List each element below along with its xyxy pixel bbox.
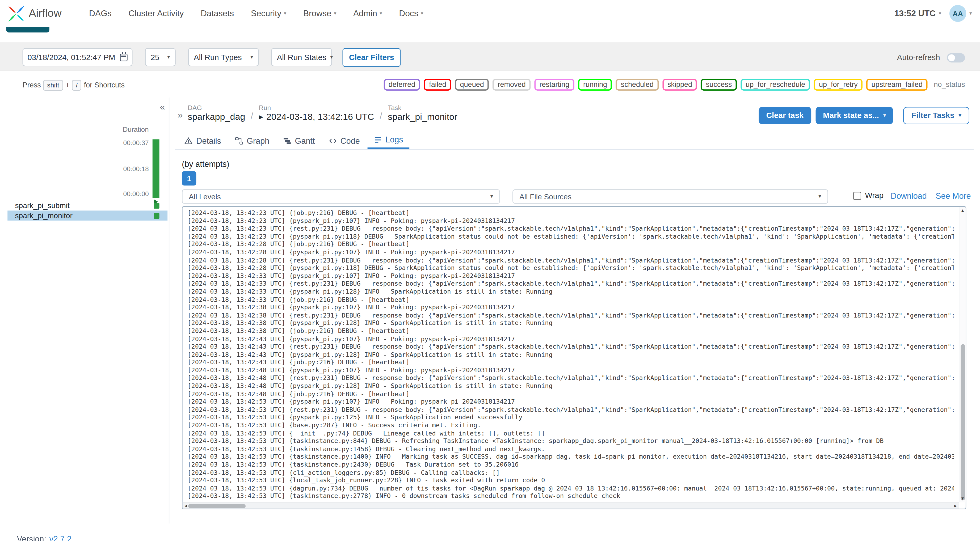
scroll-up-icon[interactable]: ▲ xyxy=(961,208,964,213)
status-badge[interactable]: success xyxy=(701,79,737,91)
log-content: [2024-03-18, 13:42:23 UTC] {job.py:216} … xyxy=(188,209,954,502)
tab-gantt[interactable]: Gantt xyxy=(277,132,321,150)
wrap-label: Wrap xyxy=(865,191,883,200)
details-tab-icon xyxy=(185,137,193,145)
tab-logs[interactable]: Logs xyxy=(368,132,409,150)
log-line: [2024-03-18, 13:42:23 UTC] {pyspark_pi.p… xyxy=(188,217,954,225)
airflow-brand-link[interactable]: Airflow xyxy=(8,5,62,22)
log-level-filter-select[interactable]: All Levels▾ xyxy=(182,189,500,204)
tab-label: Details xyxy=(196,136,221,145)
run-crumb-value[interactable]: ▶ 2024-03-18, 13:42:16 UTC xyxy=(259,112,374,122)
nav-item-admin[interactable]: Admin▾ xyxy=(353,9,382,18)
scroll-left-icon[interactable]: ◄ xyxy=(184,504,188,508)
status-badge[interactable]: deferred xyxy=(383,79,420,91)
version-link[interactable]: v2.7.2 xyxy=(49,534,72,541)
log-line: [2024-03-18, 13:42:33 UTC] {pyspark_pi.p… xyxy=(188,272,954,280)
chevrons-right-icon[interactable]: » xyxy=(178,109,182,120)
wrap-toggle[interactable]: Wrap xyxy=(853,191,883,200)
nav-item-docs[interactable]: Docs▾ xyxy=(399,9,423,18)
wrap-checkbox[interactable] xyxy=(853,192,861,200)
log-line: [2024-03-18, 13:42:53 UTC] {taskinstance… xyxy=(188,493,954,501)
status-badge[interactable]: restarting xyxy=(535,79,574,91)
log-line: [2024-03-18, 13:42:38 UTC] {job.py:216} … xyxy=(188,327,954,335)
base-date-input[interactable]: 03/18/2024, 01:52:47 PM xyxy=(22,48,133,66)
status-badge[interactable]: failed xyxy=(424,79,451,91)
caret-down-icon: ▾ xyxy=(883,113,886,118)
nav-item-label: Browse xyxy=(303,9,331,18)
calendar-icon[interactable] xyxy=(120,53,127,61)
nav-item-browse[interactable]: Browse▾ xyxy=(303,9,337,18)
log-line: [2024-03-18, 13:42:53 UTC] {cli_action_l… xyxy=(188,469,954,477)
see-more-link[interactable]: See More xyxy=(935,191,971,200)
auto-refresh-toggle[interactable] xyxy=(947,53,965,62)
status-badge[interactable]: running xyxy=(578,79,612,91)
tab-label: Code xyxy=(340,136,360,145)
shortcuts-hint: Press shift + / for Shortcuts xyxy=(22,80,125,90)
collapse-grid-icon[interactable]: « xyxy=(160,101,164,112)
tab-code[interactable]: Code xyxy=(322,132,366,150)
gantt-tab-icon xyxy=(283,137,291,145)
vertical-scrollbar-thumb[interactable] xyxy=(961,344,965,501)
airflow-logo-icon xyxy=(8,5,24,22)
status-badge[interactable]: scheduled xyxy=(616,79,659,91)
dag-run-duration-bar[interactable] xyxy=(153,139,159,198)
nav-item-dags[interactable]: DAGs xyxy=(89,9,111,18)
task-row-spark-pi-monitor[interactable]: spark_pi_monitor xyxy=(8,210,167,221)
tab-label: Gantt xyxy=(295,136,315,145)
nav-item-datasets[interactable]: Datasets xyxy=(200,9,234,18)
filter-tasks-button[interactable]: Filter Tasks▾ xyxy=(904,107,969,124)
task-crumb-value[interactable]: spark_pi_monitor xyxy=(388,112,457,122)
log-source-filter-select[interactable]: All File Sources▾ xyxy=(512,189,828,204)
top-navbar: Airflow DAGs Cluster Activity Datasets S… xyxy=(0,0,980,27)
log-line: [2024-03-18, 13:42:28 UTC] {rest.py:231}… xyxy=(188,256,954,264)
attempt-1-button[interactable]: 1 xyxy=(182,171,196,186)
task-name: spark_pi_submit xyxy=(15,201,69,210)
status-badge[interactable]: removed xyxy=(493,79,531,91)
caret-down-icon: ▾ xyxy=(969,11,972,16)
run-states-select[interactable]: All Run States▾ xyxy=(271,48,332,66)
mark-state-as-button[interactable]: Mark state as...▾ xyxy=(816,107,893,124)
duration-tick: 00:00:37 xyxy=(123,139,149,146)
page-size-select[interactable]: 25▾ xyxy=(145,48,176,66)
run-types-select[interactable]: All Run Types▾ xyxy=(188,48,259,66)
status-badge[interactable]: up_for_retry xyxy=(814,79,862,91)
task-row-spark-pi-submit[interactable]: spark_pi_submit xyxy=(8,200,167,211)
by-attempts-label: (by attempts) xyxy=(182,159,229,169)
dag-crumb-label: DAG xyxy=(188,103,245,111)
clear-filters-button[interactable]: Clear Filters xyxy=(343,48,401,67)
base-date-value: 03/18/2024, 01:52:47 PM xyxy=(27,53,115,62)
version-label: Version: xyxy=(17,534,46,541)
task-instance-success-square[interactable] xyxy=(154,203,159,208)
status-badge[interactable]: skipped xyxy=(662,79,697,91)
breadcrumb-separator: / xyxy=(380,111,382,121)
status-badge[interactable]: up_for_reschedule xyxy=(740,79,810,91)
partially-visible-button[interactable] xyxy=(6,27,49,32)
log-line: [2024-03-18, 13:42:33 UTC] {pyspark_pi.p… xyxy=(188,288,954,296)
logs-tab-icon xyxy=(374,135,382,144)
log-line: [2024-03-18, 13:42:48 UTC] {rest.py:231}… xyxy=(188,375,954,383)
shift-key: shift xyxy=(43,80,63,90)
log-line: [2024-03-18, 13:42:33 UTC] {job.py:216} … xyxy=(188,296,954,304)
dag-crumb-value[interactable]: sparkapp_dag xyxy=(188,112,245,122)
tab-graph[interactable]: Graph xyxy=(229,132,276,150)
task-instance-success-square[interactable] xyxy=(154,213,159,218)
tab-details[interactable]: Details xyxy=(178,132,227,150)
scroll-right-icon[interactable]: ► xyxy=(953,504,958,508)
timezone-clock[interactable]: 13:52 UTC xyxy=(894,9,935,18)
horizontal-scrollbar-thumb[interactable] xyxy=(188,504,246,508)
clear-task-button[interactable]: Clear task xyxy=(759,107,811,124)
caret-down-icon: ▾ xyxy=(959,113,961,118)
status-badge[interactable]: queued xyxy=(455,79,489,91)
user-avatar[interactable]: AA xyxy=(950,5,966,22)
nav-item-cluster-activity[interactable]: Cluster Activity xyxy=(128,9,184,18)
status-badge[interactable]: upstream_failed xyxy=(867,79,928,91)
status-badge-no-status[interactable]: no_status xyxy=(931,79,967,91)
run-crumb-label: Run xyxy=(259,103,374,111)
nav-item-security[interactable]: Security▾ xyxy=(251,9,286,18)
download-link[interactable]: Download xyxy=(891,191,927,200)
vertical-scrollbar[interactable]: ▲ ▼ xyxy=(959,207,966,502)
horizontal-scrollbar[interactable]: ◄ ► xyxy=(183,503,959,509)
log-line: [2024-03-18, 13:42:48 UTC] {pyspark_pi.p… xyxy=(188,367,954,375)
log-line: [2024-03-18, 13:42:53 UTC] {rest.py:231}… xyxy=(188,406,954,414)
scroll-down-icon[interactable]: ▼ xyxy=(961,496,964,500)
